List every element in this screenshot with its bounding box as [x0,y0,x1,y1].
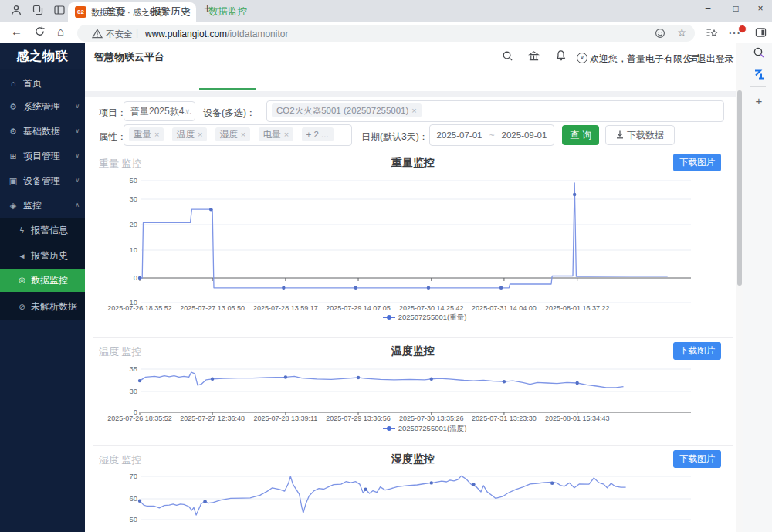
refresh-icon[interactable] [34,25,46,41]
tab-home[interactable]: 首页 [106,5,125,19]
page-scrollbar-thumb[interactable] [737,90,742,286]
weight-chart[interactable]: 503020100-102025-07-26 18:35:522025-07-2… [116,174,733,314]
chart-legend[interactable]: 202507255001(温度) [116,424,733,434]
chevron-down-icon: ∨ [185,102,190,120]
sidebar-add-icon[interactable]: + [752,94,766,108]
chart-title: 湿度监控 [93,452,733,466]
query-button[interactable]: 查询 [562,125,599,145]
date-start[interactable]: 2025-07-01 [437,130,482,140]
device-multiselect[interactable]: CO2灭火器5001 (202507255001)× [266,100,724,122]
logout-button[interactable]: G退出登录 [686,53,734,66]
sidebar-item-monitor[interactable]: ◈ 监控 ∧ [0,193,85,218]
sidebar-item-label: 系统管理 [23,94,60,119]
sidebar-item-data-monitor[interactable]: ◎ 数据监控 [0,269,85,292]
project-label: 项目： [99,107,127,120]
legend-label: 202507255001(温度) [398,424,467,432]
home-icon[interactable]: ⌂ [57,24,64,39]
svg-text:70: 70 [129,472,137,480]
download-image-button[interactable]: 下载图片 [673,342,721,360]
tag-close-icon[interactable]: × [241,130,245,139]
download-image-button[interactable]: 下载图片 [673,154,721,171]
shield-check-icon: ◎ [17,269,27,292]
gear-icon: ⚙ [8,94,19,119]
download-data-button[interactable]: 下载数据 [605,125,675,145]
app-logo[interactable]: 感之物联 [0,43,85,69]
split-screen-icon[interactable] [755,27,767,41]
notification-badge [738,25,747,33]
not-secure-label[interactable]: 不安全 [106,29,133,40]
legend-marker-icon [383,428,395,429]
sidebar-item-system[interactable]: ⚙ 系统管理 ∨ [0,94,85,119]
svg-text:2025-07-27 13:05:50: 2025-07-27 13:05:50 [180,304,245,312]
sidebar-item-unparsed-data[interactable]: ⊘ 未解析数据 [0,294,85,320]
tab-data-monitor[interactable]: 数据监控 [208,5,247,19]
sidebar-item-label: 项目管理 [23,144,60,168]
sidebar-item-label: 报警历史 [31,243,68,269]
svg-text:50: 50 [129,515,137,524]
welcome-user[interactable]: 欢迎您，普量电子有限公司 [590,53,701,66]
device-tag-label: CO2灭火器5001 (202507255001) [276,106,408,115]
device-tag[interactable]: CO2灭火器5001 (202507255001)× [272,103,422,117]
sidebar-item-alarm-history[interactable]: ◄ 报警历史 [0,243,85,269]
date-range-picker[interactable]: 2025-07-01 ~ 2025-09-01 [429,124,554,146]
tag-close-icon[interactable]: × [154,130,159,139]
collections-icon[interactable] [706,27,718,42]
shield-x-icon: ⊘ [17,294,27,320]
attribute-label: 属性： [99,130,127,144]
sidebar-search-icon[interactable] [752,46,766,60]
url-host: www.puliangiot.com [145,29,227,39]
address-divider: | [136,27,138,38]
url-text[interactable]: www.puliangiot.com/iotdatamonitor [145,29,288,39]
chart-legend[interactable]: 202507255001(重量) [116,313,733,323]
back-icon[interactable]: ← [11,24,22,39]
workspaces-icon[interactable] [31,4,45,18]
attr-tag[interactable]: 重量× [129,127,164,141]
bookmark-star-icon[interactable]: ☆ [677,26,687,39]
download-image-button[interactable]: 下载图片 [673,450,721,468]
gear-icon: ⚙ [8,119,19,144]
sidebar-item-project[interactable]: ⊞ 项目管理 ∨ [0,144,85,168]
maximize-button[interactable]: □ [724,3,747,14]
section-divider [85,91,736,97]
date-separator: ~ [489,130,495,140]
section-divider [93,337,733,338]
attr-tag[interactable]: 湿度× [215,127,250,141]
chart-header-humidity: 湿度 监控 湿度监控 下载图片 [93,450,733,469]
feedback-smiley-icon[interactable] [655,28,665,42]
profile-icon[interactable] [9,4,23,18]
organization-icon[interactable] [528,50,540,63]
svg-text:50: 50 [129,176,137,185]
device-icon: ▣ [8,168,19,193]
sidebar-item-label: 首页 [23,71,42,96]
tag-close-icon[interactable]: × [411,106,416,115]
tab-alarm-history[interactable]: 报警历史 [151,5,190,19]
tag-close-icon[interactable]: × [198,130,202,139]
sidebar-item-home[interactable]: ⌂ 首页 [0,71,85,96]
tab-actions-icon[interactable] [52,4,66,18]
sidebar-item-basedata[interactable]: ⚙ 基础数据 ∨ [0,119,85,144]
humidity-chart[interactable]: 706050 [116,469,733,532]
notifications-bell-icon[interactable] [555,49,567,62]
svg-text:60: 60 [129,494,137,503]
chart-header-temperature: 温度 监控 温度监控 下载图片 [93,342,733,361]
tag-close-icon[interactable]: × [284,130,289,139]
sidebar-item-label: 报警信息 [31,218,68,243]
svg-text:2025-07-29 13:36:56: 2025-07-29 13:36:56 [326,415,391,422]
date-end[interactable]: 2025-09-01 [502,130,547,140]
sidebar-item-device[interactable]: ▣ 设备管理 ∨ [0,168,85,193]
lightning-icon: ϟ [17,218,27,243]
chart-header-weight: 重量 监控 重量监控 下载图片 [93,154,733,172]
attr-more-tag[interactable]: + 2 ... [302,127,334,141]
header-search-icon[interactable] [502,50,514,63]
temperature-chart[interactable]: 353002025-07-26 18:35:522025-07-27 12:36… [116,361,733,423]
sidebar-app-icon[interactable] [752,68,766,82]
attribute-multiselect[interactable]: 重量× 温度× 湿度× 电量× + 2 ... [124,124,352,146]
attr-tag[interactable]: 电量× [259,127,293,141]
attr-tag[interactable]: 温度× [172,127,207,141]
sidebar-item-alarm-info[interactable]: ϟ 报警信息 [0,218,85,243]
project-select[interactable]: 普量2025款4... ∨ [124,101,195,121]
minimize-button[interactable]: – [696,3,720,14]
svg-text:2025-07-28 13:59:17: 2025-07-28 13:59:17 [253,304,318,312]
window-close-button[interactable]: × [749,3,772,14]
svg-text:2025-08-01 15:34:43: 2025-08-01 15:34:43 [545,415,610,422]
